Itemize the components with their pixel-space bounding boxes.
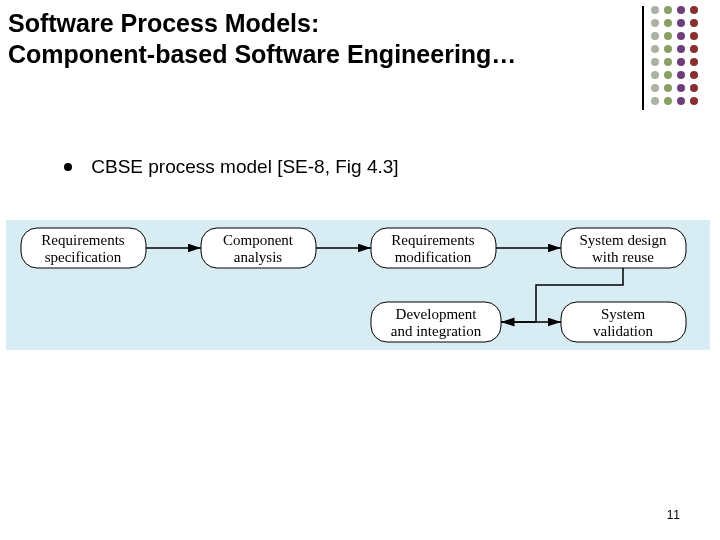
dot-icon: [690, 32, 698, 40]
dot-icon: [690, 45, 698, 53]
dot-icon: [690, 19, 698, 27]
node-component-analysis: Component analysis: [201, 228, 316, 268]
slide: Software Process Models: Component-based…: [0, 0, 720, 540]
node-system-design: System design with reuse: [561, 228, 686, 268]
node-label-line2: modification: [395, 249, 472, 265]
node-label-line1: Requirements: [41, 232, 124, 248]
dot-icon: [651, 45, 659, 53]
dot-icon: [690, 84, 698, 92]
dot-icon: [651, 32, 659, 40]
node-system-validation: System validation: [561, 302, 686, 342]
dot-icon: [651, 71, 659, 79]
dot-icon: [651, 84, 659, 92]
dot-icon: [664, 71, 672, 79]
dot-icon: [677, 58, 685, 66]
dot-icon: [677, 6, 685, 14]
title-line-1: Software Process Models:: [8, 9, 319, 37]
node-requirements-specification: Requirements specification: [21, 228, 146, 268]
page-number: 11: [667, 508, 680, 522]
dot-icon: [664, 84, 672, 92]
dot-icon: [651, 19, 659, 27]
bullet-text: CBSE process model [SE-8, Fig 4.3]: [91, 156, 398, 177]
title-line-2: Component-based Software Engineering…: [8, 40, 516, 68]
dot-icon: [677, 97, 685, 105]
node-label-line1: System: [601, 306, 646, 322]
dot-icon: [690, 71, 698, 79]
node-development-integration: Development and integration: [371, 302, 501, 342]
dot-icon: [677, 45, 685, 53]
dot-icon: [677, 71, 685, 79]
bullet-list: CBSE process model [SE-8, Fig 4.3]: [64, 155, 399, 178]
dot-icon: [664, 6, 672, 14]
node-label-line1: Requirements: [391, 232, 474, 248]
node-label-line2: validation: [593, 323, 653, 339]
page-title: Software Process Models: Component-based…: [8, 8, 568, 71]
node-label-line2: specification: [45, 249, 122, 265]
process-diagram: Requirements specification Component ana…: [6, 220, 710, 350]
dot-icon: [664, 19, 672, 27]
dot-icon: [677, 84, 685, 92]
node-label-line2: and integration: [391, 323, 482, 339]
bullet-icon: [64, 163, 72, 171]
dot-icon: [664, 58, 672, 66]
dot-icon: [651, 6, 659, 14]
dot-icon: [651, 97, 659, 105]
node-label-line1: Development: [396, 306, 478, 322]
dot-icon: [677, 19, 685, 27]
decorative-divider: [642, 6, 644, 110]
dot-icon: [664, 97, 672, 105]
node-label-line2: with reuse: [592, 249, 654, 265]
dot-icon: [690, 58, 698, 66]
corner-dot-grid-icon: [651, 6, 700, 107]
node-requirements-modification: Requirements modification: [371, 228, 496, 268]
dot-icon: [690, 6, 698, 14]
dot-icon: [651, 58, 659, 66]
dot-icon: [677, 32, 685, 40]
node-label-line1: Component: [223, 232, 294, 248]
dot-icon: [690, 97, 698, 105]
dot-icon: [664, 45, 672, 53]
node-label-line2: analysis: [234, 249, 282, 265]
dot-icon: [664, 32, 672, 40]
node-label-line1: System design: [579, 232, 667, 248]
